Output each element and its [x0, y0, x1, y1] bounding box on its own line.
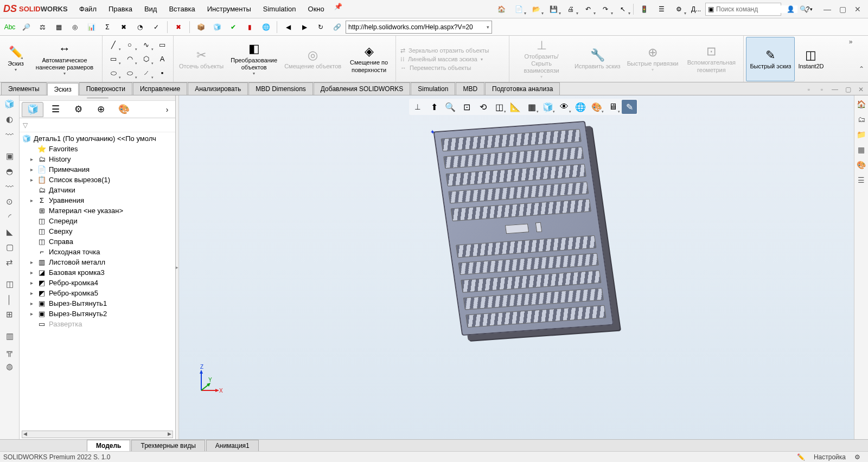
caret-icon[interactable]: ▸	[28, 270, 35, 275]
tab-model[interactable]: Модель	[87, 440, 130, 451]
taskpane-appearances-icon[interactable]: 🎨	[854, 158, 869, 171]
hud-orient-icon[interactable]: ⬆	[426, 100, 442, 114]
section-props-icon[interactable]: ▦	[51, 20, 66, 34]
redo-icon[interactable]: ↷	[597, 2, 614, 16]
tree-item[interactable]: ⌐Исходная точка	[20, 247, 175, 257]
hud-hide-show-icon[interactable]: 🧊	[540, 100, 556, 114]
tree-item[interactable]: ⊞Материал <не указан>	[20, 206, 175, 216]
text-icon[interactable]: A	[155, 53, 170, 66]
tree-item[interactable]: ▸▣Вырез-Вытянуть1	[20, 298, 175, 309]
tree-item[interactable]: ▸ΣУравнения	[20, 195, 175, 206]
doc-close-icon[interactable]: ✕	[855, 84, 867, 95]
rail-plane-icon[interactable]: ◫	[2, 278, 17, 291]
help-icon[interactable]: ?	[800, 2, 816, 16]
caret-icon[interactable]: ▸	[28, 290, 35, 296]
pin-icon[interactable]: 📌	[331, 3, 346, 15]
line-icon[interactable]: ╱	[106, 39, 121, 52]
panel-drag-handle[interactable]	[20, 95, 175, 101]
new-icon[interactable]: 📄	[510, 2, 527, 16]
tree-item[interactable]: ◫Сверху	[20, 226, 175, 236]
web-link-icon[interactable]: 🔗	[329, 20, 344, 34]
spellcheck-icon[interactable]: Abc	[2, 20, 17, 34]
rail-fillet-icon[interactable]: ◜	[2, 210, 17, 223]
orientation-triad[interactable]: Z X Y	[193, 369, 220, 396]
model-part[interactable]: ✦	[433, 121, 614, 336]
hud-edit-sketch-icon[interactable]: ✎	[622, 100, 637, 114]
dropdown-icon[interactable]: ▾	[487, 24, 489, 30]
undo-icon[interactable]: ↶	[580, 2, 596, 16]
rail-axis-icon[interactable]: │	[2, 293, 17, 306]
hud-eye-icon[interactable]: 👁	[557, 100, 572, 114]
select-icon[interactable]: ↖	[615, 2, 631, 16]
menu-edit[interactable]: Правка	[103, 3, 138, 15]
rectangle-icon[interactable]: ▭	[106, 53, 121, 66]
tab-dimxpert[interactable]: ⊕	[90, 102, 112, 117]
save-icon[interactable]: 💾	[545, 2, 561, 16]
rail-sweep-icon[interactable]: 〰	[2, 128, 17, 141]
sim-check-icon[interactable]: ✔	[226, 20, 241, 34]
offset-surface-button[interactable]: ◈ Смещение по поверхности	[344, 37, 393, 81]
caret-icon[interactable]: ▸	[28, 166, 35, 172]
tab-mbd[interactable]: MBD	[456, 82, 484, 95]
rail-mold-icon[interactable]: ◍	[2, 360, 17, 373]
statistics-icon[interactable]: 📊	[84, 20, 99, 34]
hud-appearance-icon[interactable]: 🌐	[573, 100, 588, 114]
tab-features[interactable]: Элементы	[1, 82, 47, 95]
panel-left-icon[interactable]: ▫	[803, 84, 815, 95]
menu-file[interactable]: Файл	[74, 3, 102, 15]
tree-item[interactable]: ◫Спереди	[20, 216, 175, 226]
tab-configuration[interactable]: ⚙	[67, 102, 89, 117]
caret-icon[interactable]: ▸	[28, 156, 35, 162]
tab-analysis-prep[interactable]: Подготовка анализа	[485, 82, 560, 95]
options-icon[interactable]: ⚙	[671, 2, 687, 16]
tree-item[interactable]: ▸📋Список вырезов(1)	[20, 175, 175, 185]
filter-icon[interactable]: ▽	[23, 121, 28, 129]
slot-icon[interactable]: ⬭	[106, 67, 121, 80]
panel-right-icon[interactable]: ▫	[816, 84, 828, 95]
check-icon[interactable]: ✓	[149, 20, 164, 34]
measure-icon[interactable]: 🔎	[18, 20, 34, 34]
caret-icon[interactable]: ▸	[28, 177, 35, 183]
taskpane-view-palette-icon[interactable]: ▦	[854, 143, 869, 156]
tree-hscroll[interactable]	[20, 429, 175, 439]
polygon-icon[interactable]: ⬡	[138, 53, 154, 66]
tab-surfaces[interactable]: Поверхности	[79, 82, 132, 95]
tab-repair[interactable]: Исправление	[133, 82, 187, 95]
tab-mbd-dimensions[interactable]: MBD Dimensions	[248, 82, 313, 95]
tab-simulation[interactable]: Simulation	[411, 82, 455, 95]
home-icon[interactable]: 🏠	[493, 2, 509, 16]
open-icon[interactable]: 📂	[528, 2, 544, 16]
rebuild-icon[interactable]: 🚦	[636, 2, 652, 16]
convert-entities-button[interactable]: ◧ Преобразование объектов ▾	[227, 37, 281, 81]
minimize-button[interactable]: —	[820, 3, 834, 15]
menu-window[interactable]: Окно	[303, 3, 330, 15]
rail-weldment-icon[interactable]: ╦	[2, 345, 17, 358]
hud-previous-view-icon[interactable]: ⟲	[475, 100, 490, 114]
mass-props-icon[interactable]: ⚖	[35, 20, 50, 34]
taskpane-explorer-icon[interactable]: 📁	[854, 128, 869, 141]
equations-icon[interactable]: Σ	[100, 20, 115, 34]
rail-cut-extrude-icon[interactable]: ▣	[2, 150, 17, 163]
graphics-viewport[interactable]: ⟂ ⬆ 🔍 ⊡ ⟲ ◫ 📐 ▦ 🧊 👁 🌐 🎨 🖥 ✎ ✦	[179, 95, 868, 439]
tab-animation1[interactable]: Анимация1	[206, 440, 259, 451]
more-icon[interactable]: Д...	[688, 2, 704, 16]
tree-item[interactable]: ▸◩Ребро-кромка4	[20, 278, 175, 288]
tab-more-icon[interactable]: ›	[161, 102, 173, 117]
web-refresh-icon[interactable]: ↻	[313, 20, 328, 34]
tree-item[interactable]: ▸📄Примечания	[20, 164, 175, 175]
menu-insert[interactable]: Вставка	[163, 3, 200, 15]
taskpane-home-icon[interactable]: 🏠	[854, 98, 869, 111]
tree-item[interactable]: ▸◩Ребро-кромка5	[20, 288, 175, 298]
tree-item[interactable]: ▸🗂History	[20, 154, 175, 164]
hud-zoom-fit-icon[interactable]: 🔍	[443, 100, 458, 114]
status-options-icon[interactable]: ⚙	[850, 453, 865, 461]
caret-icon[interactable]: ▸	[28, 259, 35, 265]
tree-root[interactable]: 🧊 Деталь1 (По умолчанию) <<По умолч	[20, 133, 175, 144]
hud-display-style-icon[interactable]: ▦	[524, 100, 539, 114]
hud-dynamic-icon[interactable]: 📐	[508, 100, 523, 114]
tree-item[interactable]: ▸▥Листовой металл	[20, 257, 175, 267]
close-button[interactable]: ✕	[851, 3, 865, 15]
sketch-button[interactable]: ✏️ Эскиз ▾	[2, 37, 29, 81]
tab-addins[interactable]: Добавления SOLIDWORKS	[314, 82, 411, 95]
help-url-field[interactable]: ▾	[346, 21, 492, 34]
